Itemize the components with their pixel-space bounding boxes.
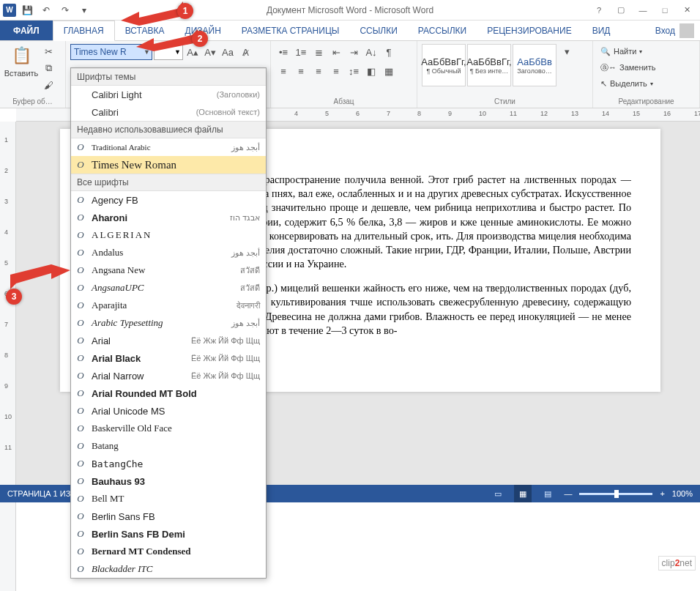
font-recent-item[interactable]: OTraditional Arabicأبجد هوز bbox=[71, 138, 266, 156]
replace-icon: ⓐ↔ bbox=[600, 62, 617, 73]
font-list-item[interactable]: OAndalusأبجد هوز bbox=[71, 244, 266, 261]
svg-marker-1 bbox=[136, 29, 198, 51]
dropdown-section-header: Шрифты темы bbox=[71, 68, 266, 86]
qat-undo-button[interactable]: ↶ bbox=[38, 2, 54, 18]
align-left-button[interactable]: ≡ bbox=[275, 63, 291, 79]
style-nospacing[interactable]: АаБбВвГг, ¶ Без инте… bbox=[467, 44, 511, 86]
copy-button[interactable]: ⧉ bbox=[41, 61, 56, 75]
select-button[interactable]: ↖Выделить▾ bbox=[597, 76, 658, 91]
group-editing-label: Редактирование bbox=[597, 96, 695, 106]
font-list-item[interactable]: OBatang bbox=[71, 437, 266, 455]
font-list-item[interactable]: OArial Unicode MS bbox=[71, 402, 266, 420]
help-button[interactable]: ? bbox=[589, 2, 609, 18]
login-link[interactable]: Вход bbox=[655, 26, 675, 36]
font-list-item[interactable]: OBell MT bbox=[71, 490, 266, 508]
align-center-button[interactable]: ≡ bbox=[293, 63, 309, 79]
view-web-button[interactable]: ▤ bbox=[539, 485, 556, 502]
increase-indent-button[interactable]: ⇥ bbox=[346, 44, 362, 60]
qat-save-button[interactable]: 💾 bbox=[19, 2, 35, 18]
font-list-item[interactable]: OBlackadder ITC bbox=[71, 560, 266, 578]
style-heading1[interactable]: АаБбВв Заголово… bbox=[513, 44, 556, 86]
style-normal[interactable]: АаБбВвГг, ¶ Обычный bbox=[422, 44, 466, 86]
bullets-button[interactable]: •≡ bbox=[275, 44, 291, 60]
zoom-in-button[interactable]: + bbox=[660, 489, 664, 498]
qat-customize-button[interactable]: ▾ bbox=[76, 2, 92, 18]
font-dropdown[interactable]: Шрифты темыCalibri Light(Заголовки)Calib… bbox=[70, 67, 267, 579]
clear-formatting-button[interactable]: A̷ bbox=[237, 44, 253, 60]
ribbon-display-button[interactable]: ▢ bbox=[611, 2, 631, 18]
justify-button[interactable]: ≡ bbox=[328, 63, 344, 79]
font-list-item[interactable]: OArial BlackЁё Жж Йй Фф Щщ bbox=[71, 349, 266, 367]
view-read-button[interactable]: ▭ bbox=[489, 485, 507, 502]
numbering-button[interactable]: 1≡ bbox=[293, 44, 309, 60]
align-right-button[interactable]: ≡ bbox=[310, 63, 327, 79]
tab-review[interactable]: РЕЦЕНЗИРОВАНИЕ bbox=[477, 21, 581, 40]
group-clipboard-label: Буфер об… bbox=[4, 96, 61, 106]
change-case-button[interactable]: Aa bbox=[220, 44, 236, 60]
font-list-item[interactable]: OBernard MT Condensed bbox=[71, 543, 266, 560]
search-icon: 🔍 bbox=[600, 47, 611, 56]
cut-button[interactable]: ✂ bbox=[41, 44, 56, 59]
tab-references[interactable]: ССЫЛКИ bbox=[349, 21, 407, 40]
font-list-item[interactable]: OAngsana Newสวัสดี bbox=[71, 261, 266, 279]
tab-file[interactable]: ФАЙЛ bbox=[0, 21, 53, 40]
show-marks-button[interactable]: ¶ bbox=[381, 44, 397, 60]
sort-button[interactable]: A↓ bbox=[363, 44, 379, 60]
svg-marker-0 bbox=[121, 1, 183, 26]
multilevel-button[interactable]: ≣ bbox=[310, 44, 327, 60]
ribbon-tabs: ФАЙЛ ГЛАВНАЯ ВСТАВКА ДИЗАЙН РАЗМЕТКА СТР… bbox=[0, 21, 700, 41]
annotation-badge-2: 2 bbox=[192, 31, 208, 47]
watermark: clip2net bbox=[658, 556, 696, 570]
dropdown-section-header: Все шрифты bbox=[71, 174, 266, 191]
paste-button[interactable]: 📋 Вставить bbox=[4, 44, 38, 78]
annotation-badge-3: 3 bbox=[6, 289, 22, 305]
font-list-item[interactable]: OArialЁё Жж Йй Фф Щщ bbox=[71, 332, 266, 349]
font-list-item[interactable]: OBaskerville Old Face bbox=[71, 420, 266, 437]
font-list-item[interactable]: OArabic Typesettingأبجد هوز bbox=[71, 314, 266, 332]
font-theme-item[interactable]: Calibri(Основной текст) bbox=[71, 103, 266, 121]
shading-button[interactable]: ◧ bbox=[363, 63, 379, 79]
tab-layout[interactable]: РАЗМЕТКА СТРАНИЦЫ bbox=[231, 21, 350, 40]
font-list-item[interactable]: OAgency FB bbox=[71, 191, 266, 209]
svg-marker-2 bbox=[10, 264, 70, 289]
replace-button[interactable]: ⓐ↔Заменить bbox=[597, 60, 658, 75]
tab-mailings[interactable]: РАССЫЛКИ bbox=[408, 21, 477, 40]
qat-redo-button[interactable]: ↷ bbox=[57, 2, 73, 18]
annotation-badge-1: 1 bbox=[177, 3, 193, 19]
font-list-item[interactable]: OALGERIAN bbox=[71, 226, 266, 244]
zoom-level[interactable]: 100% bbox=[672, 489, 693, 498]
view-print-button[interactable]: ▦ bbox=[514, 485, 532, 502]
avatar[interactable] bbox=[679, 23, 694, 38]
font-list-item[interactable]: OBatangChe bbox=[71, 455, 266, 472]
format-painter-button[interactable]: 🖌 bbox=[41, 78, 56, 92]
zoom-slider[interactable] bbox=[579, 493, 652, 495]
ruler-vertical[interactable]: 1234567891011 bbox=[0, 122, 16, 591]
zoom-out-button[interactable]: — bbox=[564, 489, 572, 498]
font-list-item[interactable]: OBerlin Sans FB Demi bbox=[71, 525, 266, 543]
group-paragraph-label: Абзац bbox=[275, 96, 412, 106]
maximize-button[interactable]: □ bbox=[655, 2, 675, 18]
font-recent-item[interactable]: OTimes New Roman bbox=[71, 156, 266, 174]
window-title: Документ Microsoft Word - Microsoft Word bbox=[267, 5, 433, 15]
minimize-button[interactable]: — bbox=[633, 2, 653, 18]
close-button[interactable]: ✕ bbox=[677, 2, 697, 18]
borders-button[interactable]: ▦ bbox=[381, 63, 397, 79]
font-theme-item[interactable]: Calibri Light(Заголовки) bbox=[71, 86, 266, 103]
find-button[interactable]: 🔍Найти▾ bbox=[597, 44, 658, 59]
font-list-item[interactable]: OArial Rounded MT Bold bbox=[71, 384, 266, 402]
tab-home[interactable]: ГЛАВНАЯ bbox=[53, 21, 115, 41]
font-list-item[interactable]: OArial NarrowЁё Жж Йй Фф Щщ bbox=[71, 367, 266, 384]
app-icon: W bbox=[3, 4, 16, 17]
tab-view[interactable]: ВИД bbox=[582, 21, 621, 40]
font-list-item[interactable]: OAngsanaUPCสวัสดี bbox=[71, 279, 266, 297]
font-list-item[interactable]: OAharoniאבגד הוז bbox=[71, 209, 266, 226]
status-page[interactable]: СТРАНИЦА 1 ИЗ bbox=[0, 489, 78, 498]
clipboard-icon: 📋 bbox=[10, 44, 33, 67]
pointer-icon: ↖ bbox=[600, 79, 607, 89]
font-list-item[interactable]: OBauhaus 93 bbox=[71, 472, 266, 490]
font-list-item[interactable]: OAparajitaदेवनागरी bbox=[71, 297, 266, 314]
styles-more-button[interactable]: ▾ bbox=[559, 44, 574, 59]
decrease-indent-button[interactable]: ⇤ bbox=[328, 44, 344, 60]
line-spacing-button[interactable]: ↕≡ bbox=[346, 63, 362, 79]
font-list-item[interactable]: OBerlin Sans FB bbox=[71, 508, 266, 525]
